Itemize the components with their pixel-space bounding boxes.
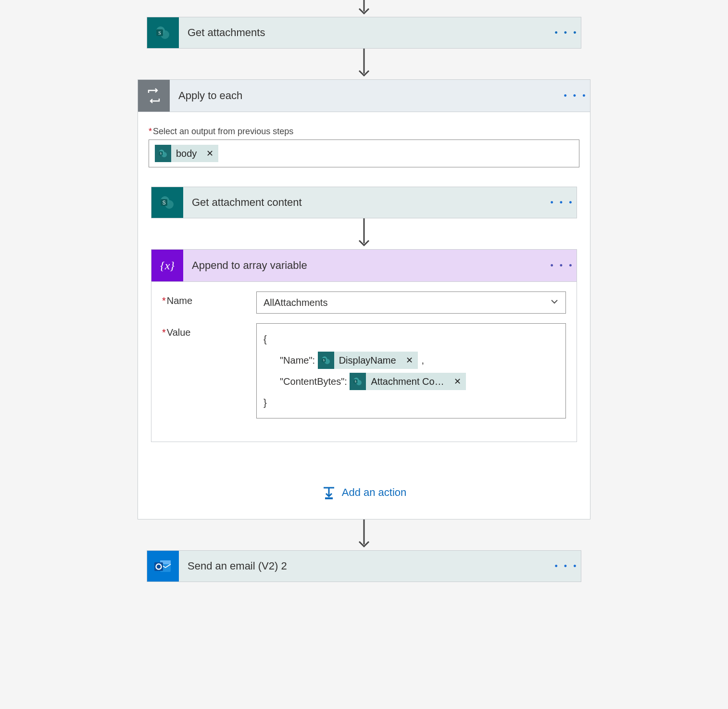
required-asterisk: * [149,127,152,136]
step-title: Append to array variable [183,250,548,281]
kebab-menu-icon[interactable]: • • • [552,551,581,582]
name-value: AllAttachments [264,297,327,308]
token-label: DisplayName [334,350,401,371]
apply-to-each-body: *Select an output from previous steps S … [138,112,590,519]
value-label: *Value [162,323,256,338]
sharepoint-icon: S [350,373,366,390]
svg-text:S: S [158,30,161,36]
step-append-array-variable: {x} Append to array variable • • • *Name… [151,249,577,442]
sharepoint-icon: S [155,145,171,162]
dynamic-token-body[interactable]: S body ✕ [155,145,218,162]
add-action-label: Add an action [342,486,407,499]
step-title: Send an email (V2) 2 [179,551,552,582]
flow-arrow-icon [354,218,374,249]
dynamic-token-displayname[interactable]: S DisplayName ✕ [318,352,418,369]
add-action-button[interactable]: Add an action [149,485,579,500]
select-output-input[interactable]: S body ✕ [149,139,579,167]
svg-text:{x}: {x} [160,259,175,272]
apply-to-each-header[interactable]: Apply to each • • • [138,80,590,112]
name-select[interactable]: AllAttachments [256,291,566,314]
step-title: Get attachment content [183,187,548,218]
kebab-menu-icon[interactable]: • • • [548,187,577,218]
flow-arrow-icon [354,49,374,79]
kebab-menu-icon[interactable]: • • • [561,80,590,112]
token-remove-icon[interactable]: ✕ [201,148,218,159]
token-remove-icon[interactable]: ✕ [449,371,466,392]
name-label: *Name [162,291,256,306]
outlook-icon [147,551,179,582]
step-send-email[interactable]: Send an email (V2) 2 • • • [147,550,581,582]
flow-arrow-icon [354,519,374,550]
step-title: Apply to each [170,80,561,112]
svg-text:S: S [323,359,325,362]
svg-text:S: S [160,152,162,155]
value-editor[interactable]: { "Name": S [256,323,566,418]
step-title: Get attachments [179,17,552,48]
svg-text:S: S [355,380,357,383]
sharepoint-icon: S [318,352,334,369]
select-output-label: *Select an output from previous steps [149,127,579,137]
token-label: body [171,148,201,159]
variable-icon: {x} [151,250,183,281]
add-action-icon [322,485,336,500]
step-get-attachment-content[interactable]: S Get attachment content • • • [151,187,577,218]
token-remove-icon[interactable]: ✕ [401,350,418,371]
svg-text:S: S [163,200,166,205]
flow-canvas: S Get attachments • • • Apply to each • … [0,0,728,709]
kebab-menu-icon[interactable]: • • • [552,17,581,48]
kebab-menu-icon[interactable]: • • • [548,250,577,281]
step-get-attachments[interactable]: S Get attachments • • • [147,17,581,49]
svg-rect-26 [325,497,333,499]
sharepoint-icon: S [151,187,183,218]
loop-icon [138,80,170,112]
token-label: Attachment Co… [366,371,449,392]
chevron-down-icon [550,297,559,308]
append-array-header[interactable]: {x} Append to array variable • • • [151,250,577,282]
dynamic-token-attachment-content[interactable]: S Attachment Co… ✕ [350,373,465,390]
step-apply-to-each: Apply to each • • • *Select an output fr… [138,79,590,519]
sharepoint-icon: S [147,17,179,48]
flow-arrow-icon [354,0,374,17]
